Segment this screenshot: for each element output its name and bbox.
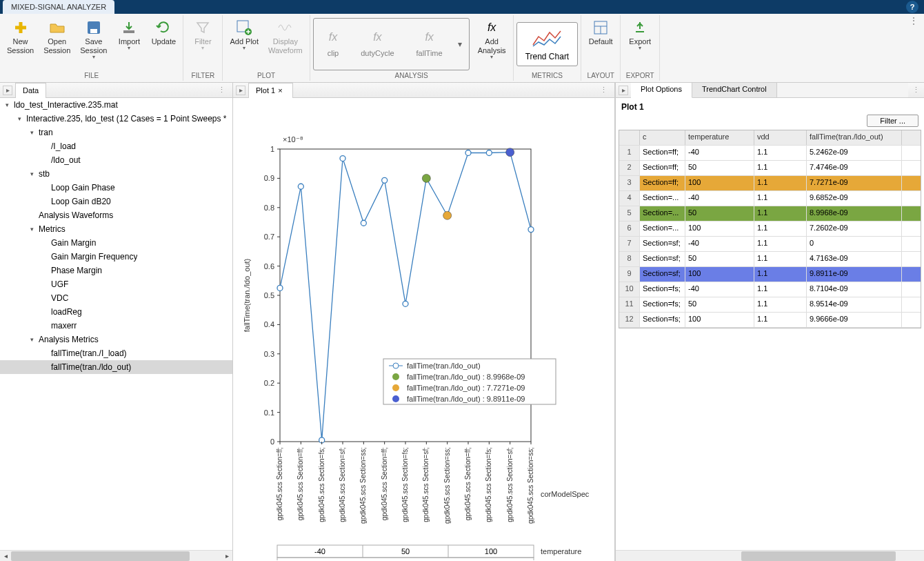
table-row[interactable]: 5Section=...501.18.9968e-09 <box>619 206 921 222</box>
plot-tab[interactable]: Plot 1× <box>248 83 293 98</box>
table-row[interactable]: 2Section=ff;501.17.4746e-09 <box>619 161 921 176</box>
default-layout-button[interactable]: Default <box>584 18 617 70</box>
svg-text:0: 0 <box>270 437 274 446</box>
trend-chart-button[interactable]: Trend Chart <box>516 22 579 66</box>
tree-node[interactable]: ▾Interactive.235, ldo_test (12 Cases = 1… <box>0 112 232 126</box>
help-icon[interactable]: ? <box>906 1 918 13</box>
tree-node[interactable]: ▾tran <box>0 126 232 139</box>
tree-node[interactable]: loadReg <box>0 305 232 319</box>
fx-icon: fx <box>425 31 433 43</box>
svg-text:Iload: Iload <box>541 560 557 560</box>
svg-text:0.7: 0.7 <box>264 233 274 241</box>
titlebar-tab[interactable]: MIXED-SIGNAL ANALYZER <box>3 0 114 14</box>
svg-point-48 <box>506 148 514 157</box>
tree-node[interactable]: ▾stb <box>0 167 232 181</box>
svg-text:gpdk045.scs Section=ff;: gpdk045.scs Section=ff; <box>464 447 472 520</box>
svg-point-94 <box>392 395 399 402</box>
tree-node[interactable]: ▾ldo_test_Interactive.235.mat <box>0 98 232 112</box>
add-analysis-button[interactable]: fx Add Analysis ▾ <box>474 18 510 70</box>
right-panel: ▸ Plot Options TrendChart Control ⋮ Plot… <box>615 83 924 561</box>
funnel-icon <box>194 19 211 36</box>
plot-panel: ▸ Plot 1× ⋮ ×10⁻⁸00.10.20.30.40.50.60.70… <box>233 83 615 561</box>
new-session-button[interactable]: New Session <box>3 18 38 70</box>
table-row[interactable]: 1Section=ff;-401.15.2462e-09 <box>619 146 921 161</box>
fx-icon: fx <box>373 31 381 43</box>
tree-node[interactable]: Loop Gain Phase <box>0 181 232 195</box>
panel-menu[interactable]: ⋮ <box>214 86 230 95</box>
svg-point-88 <box>393 363 399 368</box>
fx-falltime[interactable]: fxfallTime <box>405 31 454 57</box>
close-icon[interactable]: × <box>275 86 285 95</box>
plot-options-tab[interactable]: Plot Options <box>631 83 692 98</box>
fx-add-icon: fx <box>483 19 500 36</box>
toolstrip: New Session Open Session Save Session ▾ … <box>0 14 924 83</box>
table-row[interactable]: 10Section=fs;-401.18.7104e-09 <box>619 282 921 297</box>
tree-node[interactable]: fallTime(tran./ldo_out) <box>0 360 232 374</box>
panel-menu[interactable]: ⋮ <box>908 86 924 95</box>
svg-text:gpdk045.scs Section=fs;: gpdk045.scs Section=fs; <box>401 447 409 522</box>
data-tree[interactable]: ▾ldo_test_Interactive.235.mat▾Interactiv… <box>0 98 232 550</box>
tree-node[interactable]: Gain Margin Frequency <box>0 250 232 264</box>
table-row[interactable]: 8Section=sf;501.14.7163e-09 <box>619 252 921 267</box>
export-button[interactable]: Export ▾ <box>623 18 656 70</box>
tree-node[interactable]: VDC <box>0 291 232 305</box>
table-row[interactable]: 4Section=...-401.19.6852e-09 <box>619 191 921 206</box>
add-plot-button[interactable]: Add Plot ▾ <box>225 18 263 70</box>
tree-node[interactable]: maxerr <box>0 319 232 333</box>
fx-clip[interactable]: fxclip <box>317 31 350 57</box>
tree-node[interactable]: ▾Metrics <box>0 222 232 236</box>
import-icon <box>121 19 137 36</box>
data-tab[interactable]: Data <box>15 83 46 98</box>
filter-rows-button[interactable]: Filter ... <box>867 115 918 127</box>
svg-text:corModelSpec: corModelSpec <box>541 490 590 498</box>
analysis-gallery[interactable]: fxclip fxdutyCycle fxfallTime ▾ <box>313 18 470 70</box>
svg-text:0.3: 0.3 <box>264 350 274 358</box>
filter-group-label: FILTER <box>186 70 219 81</box>
collapse-button[interactable]: ▸ <box>619 86 628 95</box>
svg-point-42 <box>465 150 471 156</box>
svg-rect-1 <box>90 29 97 33</box>
svg-point-47 <box>443 211 452 219</box>
svg-point-38 <box>382 177 388 183</box>
collapse-button[interactable]: ▸ <box>236 86 245 95</box>
svg-text:0.5: 0.5 <box>264 291 274 299</box>
tree-node[interactable]: /I_load <box>0 139 232 153</box>
tree-node[interactable]: UGF <box>0 277 232 291</box>
svg-text:1m: 1m <box>400 560 410 560</box>
svg-point-43 <box>486 150 492 156</box>
table-row[interactable]: 7Section=sf;-401.10 <box>619 237 921 252</box>
table-row[interactable]: 3Section=ff;1001.17.7271e-09 <box>619 176 921 191</box>
svg-point-90 <box>392 373 399 380</box>
toolstrip-more[interactable]: ⋮ <box>903 15 924 81</box>
svg-rect-2 <box>123 30 134 33</box>
collapse-button[interactable]: ▸ <box>3 86 12 95</box>
save-session-button[interactable]: Save Session ▾ <box>76 18 111 70</box>
trend-plot[interactable]: ×10⁻⁸00.10.20.30.40.50.60.70.80.91fallTi… <box>233 98 614 560</box>
panel-menu[interactable]: ⋮ <box>596 86 612 95</box>
svg-point-92 <box>392 384 399 391</box>
trendchart-control-tab[interactable]: TrendChart Control <box>692 83 777 97</box>
gallery-expand[interactable]: ▾ <box>454 39 466 49</box>
data-grid[interactable]: ctemperaturevddfallTime(tran./ldo_out)1S… <box>619 130 921 328</box>
open-session-button[interactable]: Open Session <box>39 18 74 70</box>
analysis-group-label: ANALYSIS <box>313 70 510 81</box>
tree-node[interactable]: ▾Analysis Metrics <box>0 333 232 346</box>
trend-chart-icon <box>530 27 563 49</box>
update-button[interactable]: Update <box>147 18 180 70</box>
save-icon <box>86 19 102 36</box>
tree-node[interactable]: Phase Margin <box>0 264 232 277</box>
table-row[interactable]: 12Section=fs;1001.19.9666e-09 <box>619 313 921 328</box>
tree-node[interactable]: Loop Gain dB20 <box>0 195 232 208</box>
fx-dutycycle[interactable]: fxdutyCycle <box>350 31 405 57</box>
table-row[interactable]: 9Section=sf;1001.19.8911e-09 <box>619 267 921 282</box>
tree-node[interactable]: Analysis Waveforms <box>0 208 232 222</box>
tree-node[interactable]: Gain Margin <box>0 236 232 250</box>
tree-node[interactable]: fallTime(tran./I_load) <box>0 346 232 360</box>
table-row[interactable]: 11Section=fs;501.18.9514e-09 <box>619 297 921 313</box>
horizontal-scrollbar[interactable]: ◂ ▸ <box>0 550 232 561</box>
right-horizontal-scrollbar[interactable] <box>616 550 924 561</box>
tree-node[interactable]: /ldo_out <box>0 153 232 167</box>
svg-point-37 <box>361 220 366 226</box>
import-button[interactable]: Import ▾ <box>112 18 145 70</box>
table-row[interactable]: 6Section=...1001.17.2602e-09 <box>619 222 921 237</box>
